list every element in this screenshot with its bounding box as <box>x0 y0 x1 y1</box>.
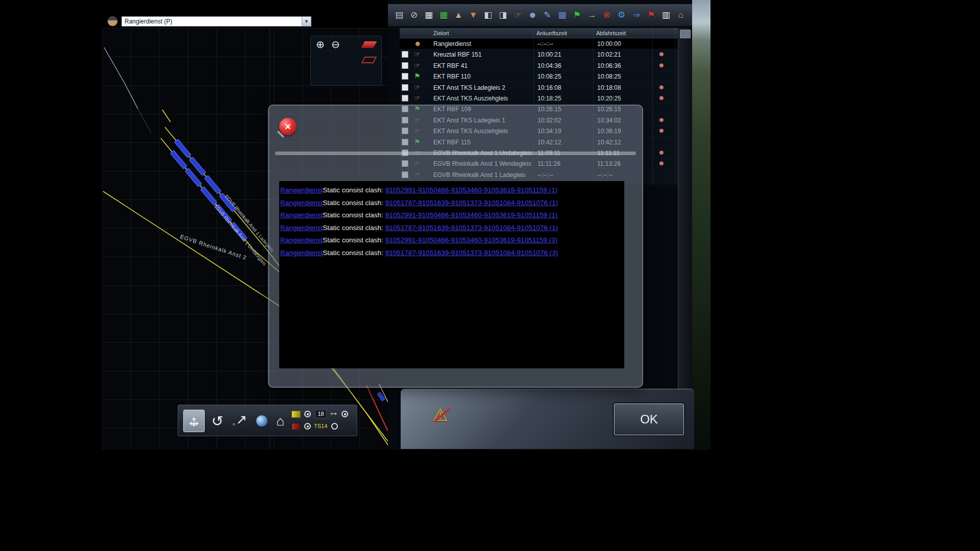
destination-name: EKT Anst TKS Ladegleis 2 <box>433 84 532 91</box>
insert-before-icon[interactable]: ◧ <box>482 8 494 22</box>
toolbar-icon-glyph: ⌂ <box>678 11 683 19</box>
rotate-tool-button[interactable]: ↺ <box>207 410 228 432</box>
depot-icon[interactable]: ⌂ <box>675 8 687 22</box>
lower-icon[interactable]: ▼ <box>467 8 479 22</box>
table-row[interactable]: ☞ EKT Anst TKS Ausziehgleis 10:18:25 10:… <box>400 93 678 104</box>
remove-destination-icon[interactable]: ⊗ <box>601 8 613 22</box>
dialog-divider <box>275 152 636 155</box>
row-checkbox[interactable] <box>402 51 408 58</box>
error-consist-link[interactable]: 91052991-91050466-91053460-91053619-9105… <box>385 211 558 219</box>
row-checkbox[interactable] <box>402 95 408 102</box>
toolbar-icon-glyph: ⇒ <box>633 11 640 19</box>
radio-option-4[interactable] <box>331 423 338 430</box>
add-destination-icon[interactable]: ⚑ <box>571 8 583 22</box>
error-consist-link[interactable]: 91052991-91050466-91053460-91053619-9105… <box>385 186 558 194</box>
error-message: Static consist clash: <box>323 211 385 219</box>
radio-option-1[interactable] <box>304 411 311 417</box>
zoom-out-button[interactable]: ⊖ <box>331 39 340 49</box>
goto-destination-icon[interactable]: → <box>586 8 598 22</box>
erase-area-tool-icon[interactable] <box>361 57 377 63</box>
properties-icon[interactable]: ⚙ <box>616 8 628 22</box>
move-arrow-icon: ↗ <box>236 412 247 428</box>
driver-face-icon: ☻ <box>658 127 665 134</box>
destination-name: EKT Anst TKS Ausziehgleis <box>433 95 532 102</box>
coupler-icon[interactable]: ⊶ <box>330 410 337 417</box>
passengers-icon[interactable]: ☻ <box>526 8 538 22</box>
grid-icon[interactable]: ▦ <box>423 8 435 22</box>
driver-avatar-icon: ☻ <box>414 39 422 47</box>
error-source-link[interactable]: Rangierdienst <box>280 236 323 244</box>
table-row[interactable]: ☞ Kreuztal RBF 151 10:00:21 10:02:21 ☻ <box>400 49 678 60</box>
error-consist-link[interactable]: 91051787-91051639-91051373-91051084-9105… <box>385 249 558 257</box>
table-row[interactable]: ⚑ EKT RBF 110 10:08:25 10:08:25 ☻ <box>400 71 678 82</box>
close-button[interactable]: ✕ <box>279 118 297 135</box>
error-dialog: ✕ RangierdienstStatic consist clash: 910… <box>268 105 643 388</box>
error-consist-link[interactable]: 91051787-91051639-91051373-91051084-9105… <box>385 224 558 232</box>
arrival-time: 10:00:21 <box>537 51 561 58</box>
error-log: RangierdienstStatic consist clash: 91052… <box>279 181 624 368</box>
scenario-dropdown[interactable]: Rangierdienst (P) ▼ <box>121 16 311 27</box>
grid-add-icon[interactable]: ▦ <box>437 8 450 22</box>
destination-name: EKT RBF 110 <box>433 73 532 80</box>
error-message: Static consist clash: <box>323 236 385 244</box>
confirmation-panel: ⚠ OK <box>401 389 694 449</box>
destination-name: Rangierdienst <box>433 40 532 47</box>
driver-command-icon[interactable]: ☞ <box>511 8 524 22</box>
row-checkbox[interactable] <box>402 62 408 69</box>
error-source-link[interactable]: Rangierdienst <box>280 249 323 257</box>
scrollbar-thumb[interactable] <box>680 30 691 38</box>
delete-icon[interactable]: ⊘ <box>408 8 420 22</box>
error-consist-link[interactable]: 91052991-91050466-91053460-91053619-9105… <box>385 236 558 244</box>
marker-tool-icon[interactable] <box>291 423 301 430</box>
table-row[interactable]: ☞ EKT RBF 41 10:04:36 10:06:36 ☻ <box>400 60 678 71</box>
toolbar-icon-glyph: ⚑ <box>573 11 581 19</box>
error-line: RangierdienstStatic consist clash: 91052… <box>280 234 624 247</box>
driver-face-icon: ☻ <box>658 116 665 123</box>
edit-icon[interactable]: ✎ <box>541 8 553 22</box>
zoom-in-button[interactable]: ⊕ <box>316 39 325 49</box>
version-label: TS14 <box>314 423 327 429</box>
ok-button[interactable]: OK <box>614 404 684 435</box>
keypad-icon[interactable]: ▥ <box>660 8 672 22</box>
toolbar-icon-glyph: ☞ <box>514 11 522 19</box>
error-consist-link[interactable]: 91051787-91051639-91051373-91051084-9105… <box>385 199 558 207</box>
move-tool-button[interactable]: ↗ ▫ <box>229 410 250 432</box>
error-source-link[interactable]: Rangierdienst <box>280 224 323 232</box>
scenario-dropdown-value: Rangierdienst (P) <box>122 18 302 25</box>
error-source-link[interactable]: Rangierdienst <box>280 211 323 219</box>
column-header-ankunftszeit: Ankunftszeit <box>536 30 567 36</box>
toolbar-icon-glyph: ◨ <box>499 11 507 19</box>
chevron-down-icon[interactable]: ▼ <box>302 17 311 26</box>
toolbar-icon-glyph: ▦ <box>439 11 448 19</box>
error-line: RangierdienstStatic consist clash: 91052… <box>280 184 624 197</box>
save-icon[interactable]: ▤ <box>393 8 405 22</box>
row-checkbox[interactable] <box>402 84 408 91</box>
error-source-link[interactable]: Rangierdienst <box>280 199 323 207</box>
hand-icon: ☞ <box>414 83 421 91</box>
driver-face-icon: ☻ <box>658 94 665 102</box>
transfer-icon[interactable]: ⇒ <box>630 8 643 22</box>
destination-name: Kreuztal RBF 151 <box>433 51 532 58</box>
table-row[interactable]: ☞ EKT Anst TKS Ladegleis 2 10:16:08 10:1… <box>400 82 678 93</box>
table-header: Zielort Ankunftszeit Abfahrtszeit <box>400 28 678 38</box>
table-row[interactable]: ☻ Rangierdienst --:--:-- 10:00:00 ☻ <box>400 38 678 49</box>
pan-tool-button[interactable]: ↔ ↕ <box>183 410 205 432</box>
destination-name: EKT RBF 41 <box>433 62 532 69</box>
grid-size-value[interactable]: 18 <box>315 410 327 418</box>
home-button[interactable]: ⌂ <box>270 410 291 432</box>
flag-icon[interactable]: ⚑ <box>645 8 657 22</box>
radio-option-3[interactable] <box>304 423 311 430</box>
driver-face-icon: ☻ <box>658 50 665 58</box>
toolbar-icon-glyph: ⚙ <box>618 11 625 19</box>
toolbar-icon-glyph: ◧ <box>484 11 492 19</box>
error-source-link[interactable]: Rangierdienst <box>280 186 323 194</box>
table-scrollbar[interactable] <box>678 28 692 389</box>
gradient-tool-icon[interactable] <box>291 411 301 418</box>
raise-icon[interactable]: ▲ <box>452 8 464 22</box>
radio-option-2[interactable] <box>341 411 348 417</box>
draw-area-tool-icon[interactable] <box>361 41 377 48</box>
toolbar-icon-glyph: ⊘ <box>410 11 418 19</box>
timetable-grid-icon[interactable]: ▩ <box>556 8 569 22</box>
insert-after-icon[interactable]: ◨ <box>497 8 509 22</box>
row-checkbox[interactable] <box>402 73 408 80</box>
